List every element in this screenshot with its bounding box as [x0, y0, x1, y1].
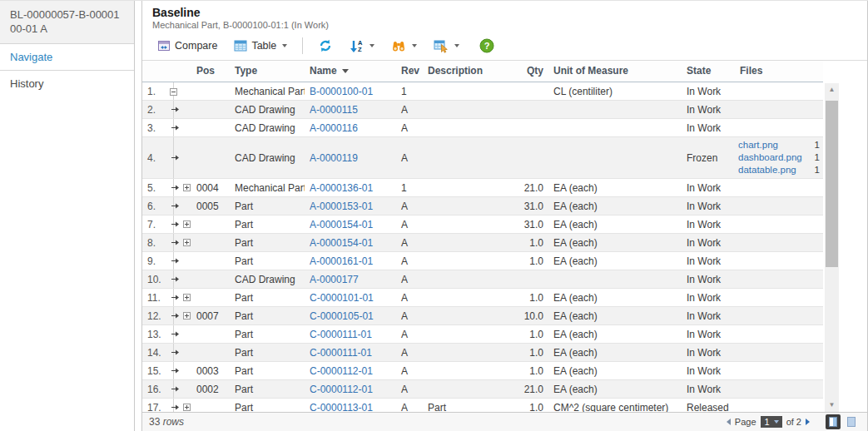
column-header-pos[interactable]: Pos [191, 61, 230, 82]
name-cell: C-0000111-01 [305, 325, 396, 344]
part-link[interactable]: C-0000111-01 [310, 347, 372, 359]
part-link[interactable]: A-0000177 [310, 274, 359, 285]
part-link[interactable]: A-0000116 [310, 122, 358, 134]
table-view-dropdown[interactable]: Table [227, 37, 294, 55]
find-button[interactable] [384, 37, 424, 56]
table-header-row: Pos Type Name Rev Description Qty Unit o… [142, 61, 823, 82]
expand-icon[interactable] [183, 404, 191, 411]
table-row[interactable]: 14. Part C-0000111-01 A 1.0 EA (each) In… [142, 344, 823, 362]
row-number: 1. [142, 82, 169, 101]
sort-button[interactable]: A Z [343, 37, 381, 56]
table-row[interactable]: 12. 0007 Part C-0000105-01 A 10.0 EA (ea… [142, 307, 823, 325]
page-select[interactable]: 1 [761, 416, 782, 428]
table-row[interactable]: 6. 0005 Part A-0000153-01 A 31.0 EA (eac… [142, 197, 823, 216]
scroll-down-icon[interactable]: ▼ [825, 399, 839, 412]
column-header-rev[interactable]: Rev [396, 61, 423, 82]
rev-cell: A [396, 399, 423, 413]
column-header-description[interactable]: Description [423, 61, 508, 82]
vertical-scrollbar[interactable]: ▲ ▼ [825, 83, 839, 412]
pos-cell [191, 82, 230, 101]
uom-cell: CL (centiliter) [548, 82, 682, 101]
name-cell: B-0000100-01 [305, 82, 396, 101]
row-number: 12. [142, 307, 169, 325]
table-row[interactable]: 13. Part C-0000111-01 A 1.0 EA (each) In… [142, 325, 823, 344]
part-link[interactable]: A-0000154-01 [310, 237, 373, 249]
table-row[interactable]: 7. Part A-0000154-01 A 31.0 EA (each) In… [142, 216, 823, 234]
scroll-up-icon[interactable]: ▲ [825, 83, 839, 97]
table-row[interactable]: 1. Mechanical Part B-0000100-01 1 CL (ce… [142, 82, 823, 101]
column-header-uom[interactable]: Unit of Measure [548, 61, 682, 82]
column-header-type[interactable]: Type [230, 61, 305, 82]
table-row[interactable]: 4. CAD Drawing A-0000119 A Frozen chart.… [142, 137, 823, 179]
part-link[interactable]: B-0000100-01 [310, 86, 373, 97]
row-number: 11. [142, 289, 169, 307]
sidebar-item-navigate[interactable]: Navigate [0, 44, 134, 71]
table-row[interactable]: 16. 0002 Part C-0000112-01 A 21.0 EA (ea… [142, 380, 823, 399]
sort-descending-icon [342, 69, 349, 73]
part-link[interactable]: C-0000111-01 [310, 329, 372, 340]
table-select-button[interactable] [427, 37, 466, 56]
expand-icon[interactable] [183, 312, 191, 320]
file-count: 1 [811, 164, 820, 176]
part-link[interactable]: A-0000154-01 [310, 219, 373, 230]
tree-arrow-icon [171, 201, 180, 212]
rev-cell: A [396, 197, 423, 216]
part-link[interactable]: C-0000113-01 [310, 402, 373, 413]
column-header-state[interactable]: State [682, 61, 735, 82]
expand-icon[interactable] [183, 220, 191, 228]
app-window: BL-00000057-B-0000100-01 A Navigate Hist… [0, 0, 868, 431]
part-link[interactable]: C-0000112-01 [310, 384, 373, 395]
expand-icon[interactable] [183, 184, 191, 191]
table-area: Pos Type Name Rev Description Qty Unit o… [142, 61, 867, 412]
description-cell [423, 234, 508, 252]
tree-cell [169, 197, 191, 216]
rev-cell: 1 [396, 82, 423, 101]
table-row[interactable]: 3. CAD Drawing A-0000116 A In Work [142, 119, 823, 137]
pos-cell [191, 137, 230, 179]
table-row[interactable]: 9. Part A-0000161-01 A 1.0 EA (each) In … [142, 252, 823, 270]
type-cell: CAD Drawing [230, 137, 305, 179]
uom-cell: EA (each) [548, 289, 682, 307]
table-row[interactable]: 5. 0004 Mechanical Part A-0000136-01 1 2… [142, 179, 823, 197]
collapse-icon[interactable] [170, 88, 177, 96]
part-link[interactable]: A-0000153-01 [310, 201, 373, 212]
column-header-name[interactable]: Name [305, 61, 396, 82]
sidebar-item-history[interactable]: History [0, 71, 134, 97]
part-link[interactable]: A-0000115 [310, 104, 358, 116]
compare-button[interactable]: Compare [151, 37, 224, 55]
table-row[interactable]: 17. Part C-0000113-01 A Part 1.0 CM^2 (s… [142, 399, 823, 413]
expand-icon[interactable] [183, 239, 191, 246]
next-page-icon[interactable] [806, 419, 810, 425]
part-link[interactable]: A-0000119 [310, 152, 358, 164]
help-button[interactable]: ? [473, 36, 501, 56]
part-link[interactable]: C-0000112-01 [310, 365, 373, 377]
file-link[interactable]: chart.png [738, 139, 778, 151]
file-count: 1 [811, 139, 820, 151]
file-link[interactable]: dashboard.png [738, 151, 802, 164]
toolbar: Compare Table [142, 32, 867, 61]
type-cell: Mechanical Part [230, 82, 305, 101]
table-row[interactable]: 15. 0003 Part C-0000112-01 A 1.0 EA (eac… [142, 362, 823, 380]
refresh-button[interactable] [311, 36, 340, 56]
scrollbar-thumb[interactable] [826, 101, 838, 267]
name-cell: A-0000136-01 [305, 179, 396, 197]
part-link[interactable]: A-0000136-01 [310, 182, 373, 194]
uom-cell: EA (each) [548, 325, 682, 344]
table-body: 1. Mechanical Part B-0000100-01 1 CL (ce… [142, 82, 823, 413]
part-link[interactable]: C-0000105-01 [310, 310, 374, 322]
table-row[interactable]: 2. CAD Drawing A-0000115 A In Work [142, 101, 823, 119]
dual-panel-view-button[interactable] [844, 414, 859, 429]
column-header-files[interactable]: Files [735, 61, 823, 82]
expand-icon[interactable] [183, 294, 191, 301]
table-row[interactable]: 8. Part A-0000154-01 A 1.0 EA (each) In … [142, 234, 823, 252]
pagination: Page 1 of 2 [727, 414, 859, 429]
table-row[interactable]: 11. Part C-0000101-01 A 1.0 EA (each) In… [142, 289, 823, 307]
file-link[interactable]: datatable.png [738, 164, 796, 176]
column-header-qty[interactable]: Qty [508, 61, 548, 82]
part-link[interactable]: A-0000161-01 [310, 255, 373, 267]
row-number: 14. [142, 344, 169, 362]
previous-page-icon[interactable] [727, 419, 731, 425]
table-row[interactable]: 10. CAD Drawing A-0000177 A In Work [142, 270, 823, 289]
single-panel-view-button[interactable] [826, 414, 841, 429]
part-link[interactable]: C-0000101-01 [310, 292, 374, 304]
